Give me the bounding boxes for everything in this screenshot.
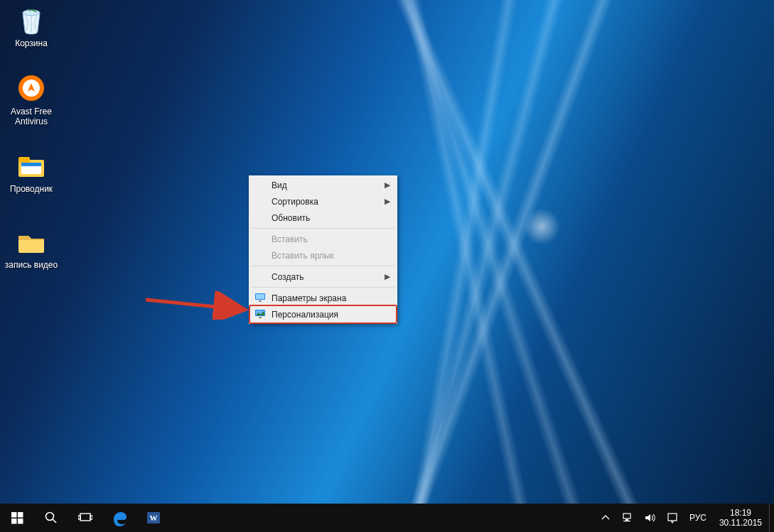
menu-item-paste: Вставить: [250, 231, 396, 247]
svg-rect-21: [78, 516, 80, 519]
menu-item-label: Параметры экрана: [272, 293, 346, 303]
svg-rect-4: [18, 157, 30, 163]
personalize-icon: [254, 308, 266, 320]
desktop-icon-folder[interactable]: запись видео: [4, 224, 58, 270]
desktop-icon-label: Корзина: [4, 38, 58, 48]
svg-rect-15: [18, 512, 23, 518]
svg-rect-26: [625, 519, 628, 521]
svg-point-0: [23, 10, 40, 16]
svg-rect-22: [90, 516, 92, 519]
svg-rect-25: [623, 514, 630, 519]
menu-item-create[interactable]: Создать ▶: [250, 268, 396, 285]
svg-rect-28: [668, 514, 677, 521]
recycle-bin-icon: [14, 3, 48, 37]
tray-time: 18:19: [719, 508, 762, 518]
menu-item-label: Вставить: [272, 234, 308, 244]
system-tray: РУС 18:19 30.11.2015: [596, 504, 774, 532]
desktop-icon-explorer[interactable]: Проводник: [4, 148, 58, 194]
svg-line-19: [53, 519, 56, 523]
menu-separator: [251, 266, 395, 266]
show-desktop-button[interactable]: [769, 504, 774, 532]
svg-rect-17: [18, 519, 23, 524]
menu-item-label: Вставить ярлык: [272, 251, 334, 261]
taskbar-app-edge[interactable]: [102, 504, 136, 532]
desktop-icon-label: Проводник: [4, 184, 58, 194]
search-icon: [45, 511, 58, 524]
menu-item-view[interactable]: Вид ▶: [250, 177, 396, 193]
edge-icon: [111, 509, 128, 526]
tray-date: 30.11.2015: [719, 518, 762, 528]
menu-separator: [251, 287, 395, 288]
svg-rect-6: [21, 163, 41, 166]
windows-logo-icon: [11, 512, 23, 524]
menu-item-label: Обновить: [272, 213, 310, 223]
notifications-icon: [667, 512, 678, 523]
svg-rect-20: [80, 514, 90, 521]
task-view-icon: [78, 512, 92, 523]
chevron-up-icon: [601, 514, 610, 522]
volume-icon: [644, 512, 655, 523]
svg-rect-14: [11, 512, 17, 518]
menu-item-label: Персонализация: [272, 310, 338, 320]
desktop[interactable]: Корзина Avast Free Antivirus Проводник: [0, 0, 774, 504]
tray-network-button[interactable]: [616, 504, 638, 532]
svg-rect-16: [11, 519, 17, 524]
chevron-right-icon: ▶: [385, 197, 390, 206]
desktop-icon-label: Avast Free Antivirus: [4, 107, 58, 126]
taskbar: W РУС: [0, 504, 774, 532]
context-menu: Вид ▶ Сортировка ▶ Обновить Вставить Вст…: [249, 175, 397, 324]
menu-item-display-settings[interactable]: Параметры экрана: [250, 290, 396, 306]
taskbar-app-word[interactable]: W: [136, 504, 171, 532]
start-button[interactable]: [0, 504, 34, 532]
search-button[interactable]: [34, 504, 68, 532]
svg-rect-9: [259, 300, 262, 302]
svg-point-18: [46, 513, 54, 521]
menu-item-label: Создать: [272, 272, 304, 282]
desktop-icon-recycle-bin[interactable]: Корзина: [4, 3, 58, 48]
menu-item-label: Вид: [272, 180, 287, 190]
file-explorer-icon: [14, 148, 48, 183]
tray-notifications-button[interactable]: [661, 504, 684, 532]
annotation-arrow: [142, 291, 256, 320]
svg-text:W: W: [150, 514, 158, 522]
tray-language-button[interactable]: РУС: [684, 504, 712, 532]
desktop-icon-label: запись видео: [4, 260, 58, 270]
monitor-icon: [254, 292, 266, 303]
task-view-button[interactable]: [68, 504, 102, 532]
menu-item-personalize[interactable]: Персонализация: [250, 306, 396, 322]
network-icon: [621, 512, 633, 523]
menu-item-paste-shortcut: Вставить ярлык: [250, 247, 396, 264]
svg-rect-12: [259, 317, 262, 318]
avast-icon: [14, 71, 48, 105]
svg-rect-8: [256, 294, 264, 299]
menu-item-label: Сортировка: [272, 197, 318, 207]
tray-volume-button[interactable]: [638, 504, 661, 532]
tray-clock[interactable]: 18:19 30.11.2015: [712, 508, 769, 528]
chevron-right-icon: ▶: [385, 272, 390, 281]
word-icon: W: [146, 510, 161, 526]
desktop-icon-avast[interactable]: Avast Free Antivirus: [4, 71, 58, 126]
menu-separator: [251, 228, 395, 229]
svg-line-13: [146, 300, 245, 310]
menu-item-sort[interactable]: Сортировка ▶: [250, 193, 396, 210]
svg-rect-27: [623, 521, 630, 521]
tray-language-label: РУС: [689, 513, 706, 523]
tray-overflow-button[interactable]: [596, 504, 616, 532]
chevron-right-icon: ▶: [385, 180, 390, 190]
menu-item-refresh[interactable]: Обновить: [250, 210, 396, 226]
folder-icon: [14, 224, 48, 259]
